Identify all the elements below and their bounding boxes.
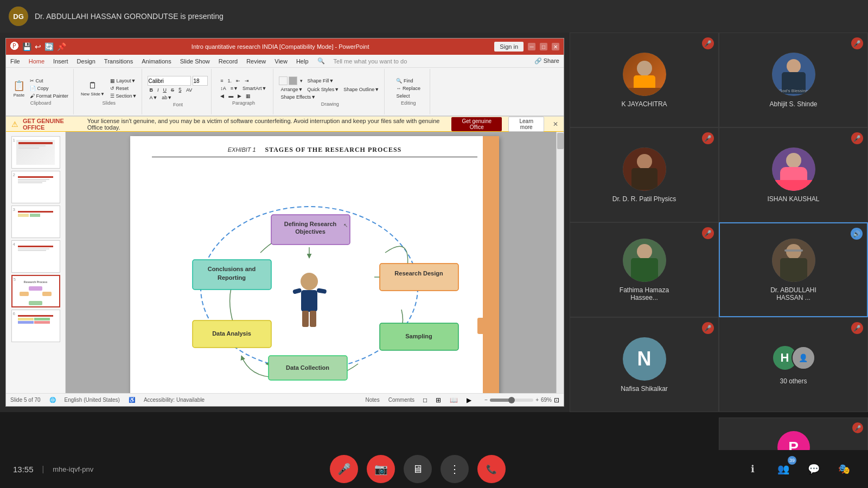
convert-smartart-button[interactable]: SmartArt▼: [241, 85, 268, 92]
notes-button[interactable]: Notes: [366, 397, 380, 403]
video-toggle-button[interactable]: 📷: [367, 455, 395, 483]
shape-effects-button[interactable]: Shape Effects▼: [279, 94, 317, 100]
slide-canvas: EXHIBIT 1 STAGES OF THE RESEARCH PROCESS: [66, 132, 564, 393]
share-screen-button[interactable]: 🖥: [404, 455, 432, 483]
bold-button[interactable]: B: [148, 87, 155, 93]
menu-home[interactable]: Home: [29, 58, 44, 65]
comments-button[interactable]: Comments: [388, 397, 414, 403]
slide-thumb-5[interactable]: 5 Research Process: [11, 275, 60, 307]
font-color-button[interactable]: A▼: [148, 94, 159, 101]
slideshow-button[interactable]: ▶: [467, 396, 471, 404]
slide-thumb-1[interactable]: 1: [11, 136, 60, 169]
learn-more-button[interactable]: Learn more: [508, 117, 544, 132]
participant-tile-nafisa: 🎤 N Nafisa Shikalkar: [570, 317, 719, 412]
slide-content: EXHIBIT 1 STAGES OF THE RESEARCH PROCESS: [130, 136, 499, 393]
people-icon: 👥: [777, 463, 789, 475]
select-button[interactable]: Select: [394, 93, 422, 99]
slide-panel: 1 2 3: [6, 132, 66, 393]
get-genuine-office-button[interactable]: Get genuine Office: [451, 117, 502, 131]
charspacing-button[interactable]: AV: [184, 87, 194, 93]
slide-thumb-6[interactable]: 6: [11, 310, 60, 342]
svg-text:Data Collection: Data Collection: [286, 364, 329, 371]
find-button[interactable]: 🔍 Find: [394, 78, 422, 84]
underline-button[interactable]: U: [161, 87, 168, 93]
slide-thumb-3[interactable]: 3: [11, 206, 60, 238]
layout-button[interactable]: ▦ Layout▼: [108, 78, 138, 84]
more-options-button[interactable]: ⋮: [441, 455, 469, 483]
text-direction-button[interactable]: ↕A: [219, 85, 228, 92]
minimize-button[interactable]: ─: [528, 43, 535, 50]
shape2-button[interactable]: [289, 76, 297, 85]
menu-tellme[interactable]: Tell me what you want to do: [334, 58, 407, 65]
close-button[interactable]: ✕: [552, 43, 559, 50]
strikethrough-button[interactable]: S: [169, 87, 176, 93]
columns-button[interactable]: ▦: [244, 93, 252, 99]
bullets-button[interactable]: ≡: [219, 78, 225, 84]
shape-outline-button[interactable]: Shape Outline▼: [342, 86, 381, 93]
decrease-indent-button[interactable]: ⇤: [234, 78, 242, 84]
slide-area: 1 2 3: [6, 132, 564, 393]
align-left-button[interactable]: ◀: [219, 93, 226, 99]
menu-record[interactable]: Record: [219, 58, 238, 65]
menu-file[interactable]: File: [10, 58, 20, 65]
restore-button[interactable]: □: [540, 43, 547, 50]
shape-fill-button[interactable]: Shape Fill▼: [305, 76, 335, 85]
italic-button[interactable]: I: [156, 87, 161, 93]
new-slide-button[interactable]: 🗒New Slide▼: [79, 80, 106, 97]
notif-icon: ⚠: [11, 120, 18, 129]
name-jayachitra: K JAYACHITRA: [621, 100, 667, 108]
mute-icon-fathima: 🎤: [702, 227, 714, 239]
menu-slideshow[interactable]: Slide Show: [180, 58, 210, 65]
fit-slide-button[interactable]: ⊡: [554, 396, 559, 404]
notif-close-button[interactable]: ✕: [553, 120, 558, 128]
shadow-button[interactable]: S̲: [177, 87, 183, 93]
sign-in-button[interactable]: Sign in: [494, 42, 524, 52]
align-right-button[interactable]: ▶: [236, 93, 243, 99]
normal-view-button[interactable]: □: [423, 396, 427, 404]
slide-thumb-2[interactable]: 2: [11, 171, 60, 203]
shape1-button[interactable]: [279, 76, 288, 85]
menu-design[interactable]: Design: [77, 58, 95, 65]
reading-view-button[interactable]: 📖: [450, 396, 458, 404]
name-abdullahi: Dr. ABDULLAHI HASSAN ...: [758, 286, 829, 301]
align-text-button[interactable]: ≡▼: [229, 85, 240, 92]
info-button[interactable]: ℹ: [742, 458, 764, 480]
menu-share[interactable]: 🔗 Share: [534, 57, 559, 65]
reset-button[interactable]: ↺ Reset: [108, 85, 138, 92]
slide-thumb-4[interactable]: 4: [11, 240, 60, 273]
format-painter-button[interactable]: 🖌 Format Painter: [28, 93, 70, 99]
menu-transitions[interactable]: Transitions: [104, 58, 133, 65]
zoom-in-icon[interactable]: +: [535, 397, 539, 403]
participant-tile-abhijit: 🎤 God's Blessing Abhijit S. Shinde: [719, 33, 868, 127]
end-call-button[interactable]: 📞: [477, 455, 506, 483]
menu-insert[interactable]: Insert: [53, 58, 68, 65]
name-abhijit: Abhijit S. Shinde: [769, 100, 817, 108]
activities-button[interactable]: 🎭: [833, 458, 855, 480]
section-button[interactable]: ☰ Section▼: [108, 93, 138, 99]
align-center-button[interactable]: ▬: [227, 93, 235, 99]
increase-indent-button[interactable]: ⇥: [243, 78, 251, 84]
bottom-right-icons: ℹ 👥 39 💬 🎭: [742, 458, 855, 480]
slide-sorter-button[interactable]: ⊞: [436, 396, 441, 404]
numbering-button[interactable]: 1.: [226, 78, 234, 84]
slide-count: Slide 5 of 70: [10, 397, 41, 403]
arrange-button[interactable]: Arrange▼: [279, 86, 304, 93]
menu-view[interactable]: View: [275, 58, 288, 65]
shapes-more-button[interactable]: ▾: [298, 76, 304, 85]
replace-button[interactable]: ↔ Replace: [394, 85, 422, 92]
highlight-button[interactable]: ab▼: [160, 94, 174, 101]
mute-toggle-button[interactable]: 🎤: [330, 455, 358, 483]
copy-button[interactable]: 📄 Copy: [28, 85, 70, 92]
menu-help[interactable]: Help: [296, 58, 309, 65]
quick-styles-button[interactable]: Quick Styles▼: [305, 86, 341, 93]
font-name-input[interactable]: [148, 76, 191, 86]
font-size-input[interactable]: [193, 76, 208, 86]
menu-animations[interactable]: Animations: [142, 58, 171, 65]
notification-bar: ⚠ GET GENUINE OFFICE Your license isn't …: [6, 117, 564, 132]
menu-review[interactable]: Review: [246, 58, 266, 65]
zoom-out-icon[interactable]: −: [484, 397, 488, 403]
paste-button[interactable]: 📋Paste: [11, 79, 27, 98]
avatar-jayachitra: [623, 53, 666, 96]
cut-button[interactable]: ✂ Cut: [28, 78, 70, 84]
chat-button[interactable]: 💬: [803, 458, 825, 480]
